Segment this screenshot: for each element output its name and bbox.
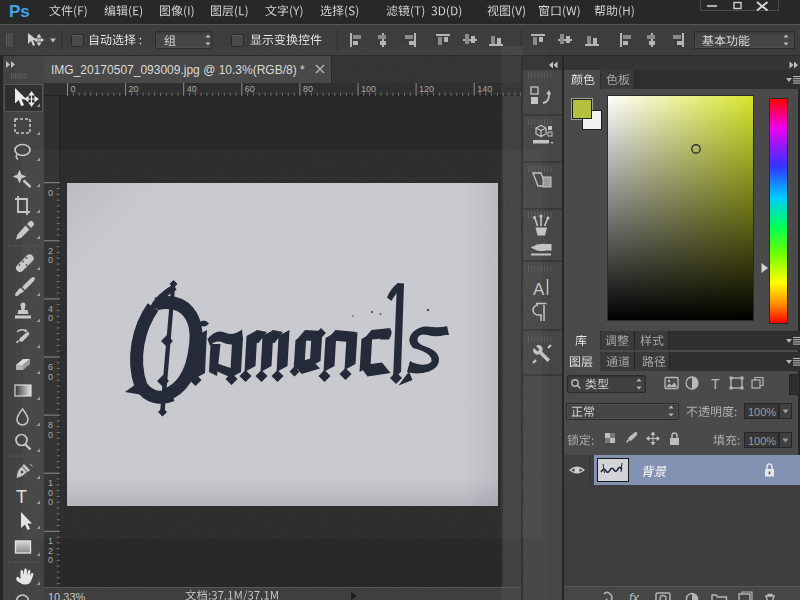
svg-text:Ps: Ps [9, 2, 30, 21]
svg-text:fx: fx [629, 590, 640, 600]
svg-text:T: T [16, 487, 27, 507]
svg-text:A: A [533, 280, 545, 299]
svg-text:T: T [711, 376, 720, 392]
